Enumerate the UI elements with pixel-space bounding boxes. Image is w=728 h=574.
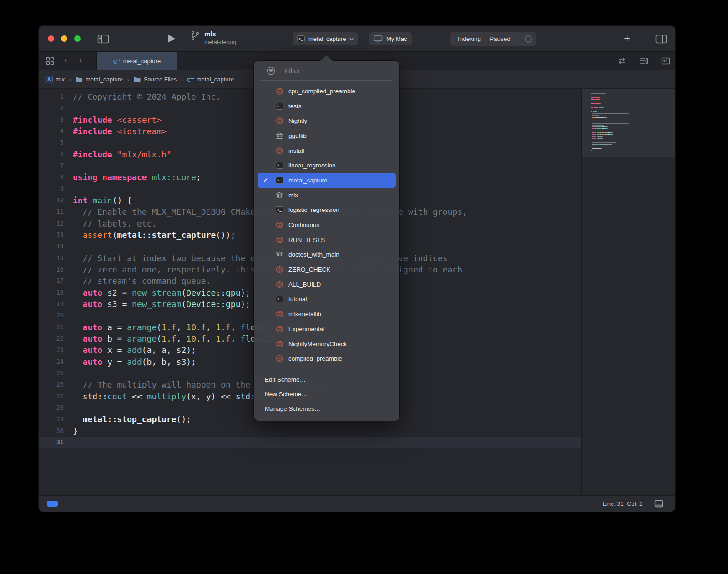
editor-options-button[interactable] <box>639 57 648 66</box>
scheme-option-nightly[interactable]: Nightly <box>258 113 396 128</box>
scheme-option-label: Continuous <box>288 222 319 228</box>
related-items-button[interactable] <box>617 57 627 66</box>
line-number[interactable]: 1 <box>39 91 64 102</box>
tab-overview-button[interactable] <box>46 57 54 67</box>
scheme-selector[interactable]: >_ metal_capture <box>293 32 358 45</box>
line-number[interactable]: 27 <box>39 391 64 402</box>
scheme-option-compiled_preamble[interactable]: compiled_preamble <box>258 351 396 366</box>
line-number[interactable]: 18 <box>39 287 64 298</box>
scheme-option-gguflib[interactable]: gguflib <box>258 128 396 143</box>
line-number[interactable]: 21 <box>39 322 64 333</box>
destination-selector[interactable]: My Mac <box>369 32 412 45</box>
target-icon <box>275 310 284 318</box>
add-tab-button[interactable]: + <box>624 32 631 45</box>
filter-input[interactable]: Filter <box>254 61 399 80</box>
breadcrumb-item-metal_capture[interactable]: metal_capture <box>75 76 123 83</box>
line-number[interactable]: 10 <box>39 195 64 206</box>
tab-metal-capture[interactable]: C++ metal_capture <box>96 52 177 70</box>
scheme-option-mlx[interactable]: mlx <box>258 188 396 203</box>
scheme-option-label: mlx-metallib <box>288 311 321 317</box>
scheme-option-logistic_regression[interactable]: >_logistic_regression <box>258 203 396 218</box>
scheme-option-install[interactable]: install <box>258 143 396 158</box>
scheme-option-all_build[interactable]: ALL_BUILD <box>258 277 396 292</box>
line-number[interactable]: 13 <box>39 229 64 241</box>
line-number[interactable]: 9 <box>39 183 64 195</box>
scheme-option-doctest_with_main[interactable]: doctest_with_main <box>258 247 396 262</box>
menu-item-new-scheme[interactable]: New Scheme… <box>254 387 399 401</box>
line-number[interactable]: 20 <box>39 310 64 321</box>
line-number[interactable]: 22 <box>39 333 64 344</box>
scheme-option-metal_capture[interactable]: ✓>_metal_capture <box>258 173 396 188</box>
inspector-toggle-button[interactable] <box>654 34 668 44</box>
scheme-option-mlx-metallib[interactable]: mlx-metallib <box>258 307 396 322</box>
terminal-icon: >_ <box>275 177 284 184</box>
target-icon <box>275 325 284 333</box>
scheme-actions: Edit Scheme…New Scheme…Manage Schemes… <box>254 369 399 421</box>
debug-area-toggle-button[interactable] <box>654 500 663 509</box>
breadcrumb-item-metal_capture[interactable]: C++metal_capture <box>187 76 234 83</box>
activity-task: Indexing <box>458 35 481 42</box>
line-number[interactable]: 7 <box>39 160 64 171</box>
status-bar: Line: 31 Col: 1 <box>39 495 675 512</box>
close-button[interactable] <box>48 35 54 42</box>
line-number[interactable]: 3 <box>39 114 64 126</box>
line-number[interactable]: 31 <box>39 437 64 448</box>
line-number[interactable]: 8 <box>39 171 64 183</box>
scheme-list: cpu_compiled_preamble>_testsNightlyggufl… <box>254 81 399 369</box>
terminal-icon: >_ <box>297 35 305 42</box>
zoom-button[interactable] <box>74 35 81 42</box>
editor-options-icon <box>639 57 648 65</box>
scheme-option-experimental[interactable]: Experimental <box>258 322 396 337</box>
scheme-option-run_tests[interactable]: RUN_TESTS <box>258 232 396 247</box>
line-number[interactable]: 25 <box>39 368 64 379</box>
line-number[interactable]: 23 <box>39 344 64 356</box>
line-number[interactable]: 17 <box>39 275 64 287</box>
line-number[interactable]: 5 <box>39 137 64 148</box>
line-number[interactable]: 16 <box>39 264 64 275</box>
activity-divider <box>485 35 485 42</box>
scheme-option-linear_regression[interactable]: >_linear_regression <box>258 158 396 173</box>
line-number[interactable]: 26 <box>39 379 64 390</box>
toolbar: mlx metal-debug >_ metal_capture My Mac … <box>39 26 675 52</box>
scheme-option-tutorial[interactable]: >_tutorial <box>258 292 396 307</box>
navigator-toggle-button[interactable] <box>96 34 111 44</box>
code-line-31[interactable] <box>39 437 581 448</box>
line-number[interactable]: 15 <box>39 252 64 264</box>
minimize-button[interactable] <box>61 35 67 42</box>
line-number[interactable]: 28 <box>39 402 64 413</box>
breadcrumb-item-source-files[interactable]: Source Files <box>133 76 177 83</box>
line-number[interactable]: 4 <box>39 126 64 137</box>
run-button[interactable] <box>168 35 175 43</box>
text-caret <box>281 67 281 75</box>
go-back-button[interactable]: ‹ <box>64 54 67 65</box>
scheme-option-tests[interactable]: >_tests <box>258 99 396 114</box>
scheme-option-label: tests <box>288 103 302 110</box>
line-number[interactable]: 2 <box>39 102 64 114</box>
line-number[interactable]: 14 <box>39 241 64 252</box>
scheme-option-continuous[interactable]: Continuous <box>258 217 396 232</box>
go-forward-button[interactable]: › <box>79 54 82 65</box>
line-number[interactable]: 30 <box>39 425 64 437</box>
add-editor-button[interactable] <box>661 57 670 66</box>
scheme-option-label: doctest_with_main <box>288 251 339 258</box>
activity-status[interactable]: Indexing Paused <box>450 32 536 46</box>
code-line-30[interactable]: } <box>39 425 581 437</box>
scheme-option-zero_check[interactable]: ZERO_CHECK <box>258 262 396 277</box>
scheme-option-cpu_compiled_preamble[interactable]: cpu_compiled_preamble <box>258 84 396 99</box>
line-number[interactable]: 24 <box>39 356 64 368</box>
my-mac-icon <box>374 35 383 43</box>
minimap[interactable] <box>581 89 675 495</box>
breadcrumb-item-mlx[interactable]: Amlx <box>45 76 65 83</box>
project-name: mlx <box>204 30 236 39</box>
checkmark-icon: ✓ <box>263 177 275 184</box>
breakpoint-pill[interactable] <box>47 501 58 507</box>
line-number[interactable]: 12 <box>39 218 64 229</box>
scheme-option-nightlymemorycheck[interactable]: NightlyMemoryCheck <box>258 337 396 352</box>
menu-item-edit-scheme[interactable]: Edit Scheme… <box>254 372 399 387</box>
gutter[interactable]: 1234567891011121314151617181920212223242… <box>39 91 64 448</box>
line-number[interactable]: 11 <box>39 206 64 217</box>
line-number[interactable]: 19 <box>39 298 64 310</box>
line-number[interactable]: 6 <box>39 149 64 160</box>
menu-item-manage-schemes[interactable]: Manage Schemes… <box>254 401 399 416</box>
line-number[interactable]: 29 <box>39 413 64 425</box>
